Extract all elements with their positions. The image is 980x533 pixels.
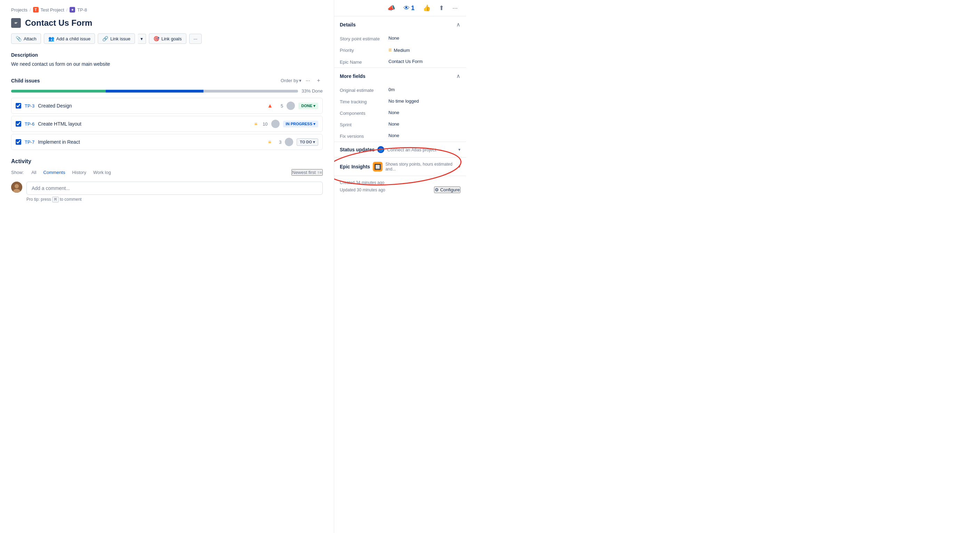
more-fields-header[interactable]: More fields ∧: [334, 68, 466, 84]
filter-history[interactable]: History: [69, 169, 89, 176]
priority-icon-tp7: ≡: [268, 139, 271, 145]
issue-summary-tp6: Create HTML layout: [38, 121, 251, 127]
fix-versions-field: Fix versions None: [334, 130, 466, 142]
more-fields-collapse-icon: ∧: [456, 73, 460, 79]
chevron-down-icon: ▾: [299, 78, 302, 83]
status-badge-tp7[interactable]: TO DO ▾: [297, 139, 318, 146]
issue-key-tp3[interactable]: TP-3: [25, 103, 34, 109]
issue-type-icon-breadcrumb: ✦: [70, 7, 75, 13]
breadcrumb-issue-key[interactable]: TP-8: [77, 7, 87, 13]
issue-key-tp7[interactable]: TP-7: [25, 139, 34, 145]
status-badge-tp6[interactable]: IN PROGRESS ▾: [283, 121, 318, 127]
child-issues-controls: Order by ▾ ··· ＋: [281, 76, 323, 85]
add-child-issue-button[interactable]: 👥 Add a child issue: [44, 34, 95, 44]
progress-bar: [11, 90, 298, 93]
panel-footer: Created 34 minutes ago Updated 30 minute…: [334, 176, 466, 199]
fix-versions-value: None: [388, 133, 399, 138]
details-section: Details ∧ Story point estimate None Prio…: [334, 16, 466, 68]
issue-points-tp6: 10: [261, 121, 268, 127]
table-row: TP-7 Implement in React ≡ 3 TO DO ▾: [11, 134, 323, 150]
activity-title: Activity: [11, 158, 323, 164]
attach-button[interactable]: 📎 Attach: [11, 34, 41, 44]
sprint-label: Sprint: [340, 121, 388, 127]
gear-icon: ⚙: [435, 187, 439, 192]
epic-insights-title: Epic Insights: [340, 164, 370, 169]
link-issue-button[interactable]: 🔗 Link issue: [98, 34, 135, 44]
announce-button[interactable]: 📣: [386, 3, 396, 13]
issue-points-tp3: 5: [276, 103, 283, 109]
issue-checkbox-tp7[interactable]: [16, 139, 21, 145]
filter-all[interactable]: All: [29, 169, 39, 176]
child-issues-header: Child issues Order by ▾ ··· ＋: [11, 76, 323, 85]
comment-row: Add a comment...: [11, 182, 323, 195]
child-issues-more-button[interactable]: ···: [304, 77, 312, 85]
details-collapse-icon: ∧: [456, 21, 460, 28]
more-actions-button[interactable]: ···: [189, 34, 202, 44]
table-row: TP-3 Created Design ▲ 5 DONE ▾: [11, 98, 323, 114]
details-section-title: Details: [340, 22, 356, 27]
epic-insights-row: Epic Insights 🔲 Shows story points, hour…: [340, 162, 460, 172]
link-goals-button[interactable]: 🎯 Link goals: [149, 34, 186, 44]
original-estimate-field: Original estimate 0m: [334, 84, 466, 96]
original-estimate-value: 0m: [388, 87, 395, 92]
epic-insights-section: Epic Insights 🔲 Shows story points, hour…: [334, 158, 466, 176]
activity-filter-row: Show: All Comments History Work log Newe…: [11, 169, 323, 176]
issue-checkbox-tp6[interactable]: [16, 121, 21, 127]
filter-worklog[interactable]: Work log: [91, 169, 114, 176]
priority-label: Priority: [340, 47, 388, 53]
configure-button[interactable]: ⚙ Configure: [434, 187, 460, 193]
user-avatar: [11, 182, 22, 193]
child-issues-add-button[interactable]: ＋: [314, 76, 323, 85]
more-fields-title: More fields: [340, 73, 366, 79]
issue-checkbox-tp3[interactable]: [16, 103, 21, 109]
status-updates-chevron: ▾: [458, 147, 460, 152]
breadcrumb: Projects / T Test Project / ✦ TP-8: [11, 7, 323, 13]
issue-summary-tp7: Implement in React: [38, 139, 265, 145]
breadcrumb-project[interactable]: Test Project: [41, 7, 64, 13]
status-updates-row: Status updates 🌐 Connect an Atlas projec…: [340, 146, 460, 153]
sort-icon: ↑=: [317, 170, 322, 175]
filter-comments[interactable]: Comments: [41, 169, 68, 176]
time-tracking-field: Time tracking No time logged: [334, 96, 466, 107]
epic-insights-description: Shows story points, hours estimated and.…: [385, 162, 456, 172]
epic-name-label: Epic Name: [340, 59, 388, 65]
issue-title-row: Contact Us Form: [11, 18, 323, 28]
components-label: Components: [340, 110, 388, 116]
details-section-header[interactable]: Details ∧: [334, 16, 466, 33]
more-options-button[interactable]: ···: [451, 3, 459, 13]
project-icon: T: [33, 7, 38, 13]
link-issue-dropdown[interactable]: ▾: [138, 34, 146, 44]
show-label: Show:: [11, 170, 24, 175]
child-issues-title: Child issues: [11, 78, 40, 83]
created-timestamp: Created 34 minutes ago: [340, 180, 460, 185]
chevron-down-icon: ▾: [140, 36, 143, 41]
progress-done: [11, 90, 106, 93]
epic-name-field: Epic Name Contact Us Form: [334, 56, 466, 67]
issue-title: Contact Us Form: [25, 18, 92, 28]
action-buttons: 📎 Attach 👥 Add a child issue 🔗 Link issu…: [11, 34, 323, 44]
pro-tip: Pro tip: press M to comment: [26, 197, 323, 202]
order-by-button[interactable]: Order by ▾: [281, 78, 302, 83]
components-value: None: [388, 110, 399, 115]
watch-button[interactable]: 👁 1: [402, 3, 416, 13]
issue-key-tp6[interactable]: TP-6: [25, 121, 34, 127]
priority-icon-tp3: ▲: [267, 103, 273, 109]
status-badge-tp3[interactable]: DONE ▾: [298, 103, 318, 109]
top-bar-actions: 📣 👁 1 👍 ⬆ ···: [386, 3, 459, 13]
epic-insights-icon: 🔲: [373, 162, 383, 172]
story-point-label: Story point estimate: [340, 35, 388, 41]
top-bar: 📣 👁 1 👍 ⬆ ···: [334, 0, 466, 16]
more-fields-section: More fields ∧ Original estimate 0m Time …: [334, 68, 466, 142]
activity-filters: All Comments History Work log: [29, 169, 114, 176]
comment-input[interactable]: Add a comment...: [26, 182, 323, 195]
breadcrumb-projects[interactable]: Projects: [11, 7, 27, 13]
share-button[interactable]: ⬆: [438, 3, 445, 13]
progress-inprogress: [106, 90, 204, 93]
issue-avatar-tp6: [271, 120, 280, 128]
connect-atlas-text[interactable]: Connect an Atlas project: [387, 147, 456, 152]
issue-avatar-tp3: [286, 102, 295, 110]
sort-button[interactable]: Newest first ↑=: [291, 169, 323, 176]
progress-label: 33% Done: [302, 88, 323, 94]
like-button[interactable]: 👍: [422, 3, 432, 13]
atlas-icon: 🌐: [377, 146, 384, 153]
